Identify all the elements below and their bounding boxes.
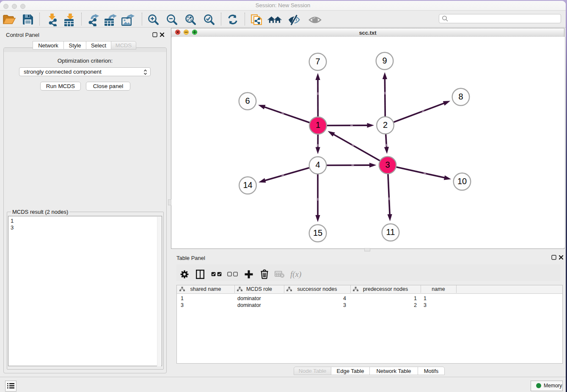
svg-text:9: 9 — [382, 56, 387, 65]
svg-text:10: 10 — [457, 177, 467, 186]
svg-text:1: 1 — [316, 120, 320, 130]
svg-text:f(x): f(x) — [290, 270, 301, 279]
svg-text:4: 4 — [315, 160, 320, 169]
svg-text:6: 6 — [245, 96, 250, 105]
svg-text:7: 7 — [315, 57, 320, 66]
svg-text:3: 3 — [385, 160, 390, 169]
svg-text:15: 15 — [313, 228, 322, 237]
svg-text:8: 8 — [458, 92, 463, 101]
svg-text:11: 11 — [386, 227, 395, 237]
svg-text:14: 14 — [243, 180, 252, 190]
svg-text:2: 2 — [383, 120, 388, 130]
